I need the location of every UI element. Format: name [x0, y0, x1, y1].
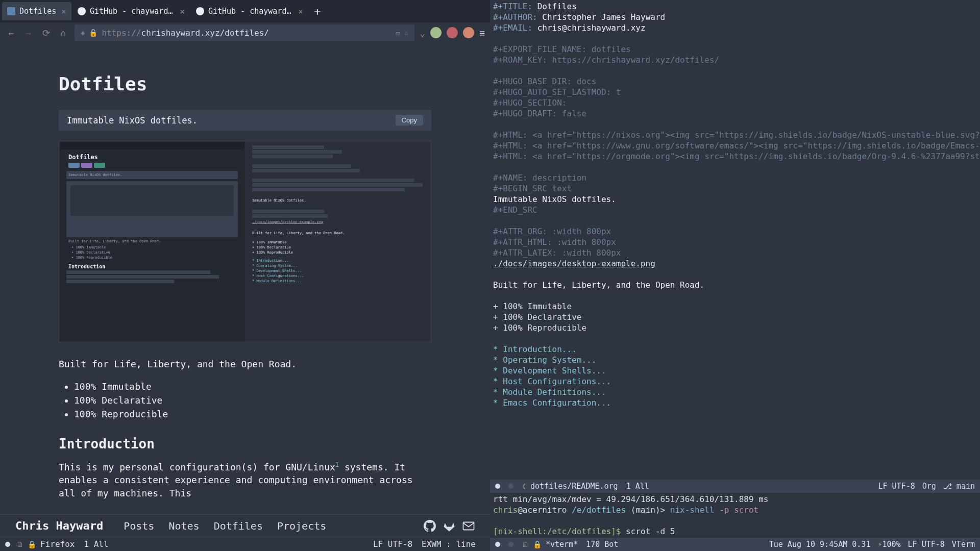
- nav-notes[interactable]: Notes: [168, 520, 199, 532]
- url-text: https://chrishayward.xyz/dotfiles/: [102, 28, 391, 38]
- nav-posts[interactable]: Posts: [124, 520, 154, 532]
- extension-2-icon[interactable]: [447, 27, 458, 38]
- reader-icon[interactable]: ▭: [396, 29, 400, 37]
- code-text: Immutable NixOS dotfiles.: [67, 115, 396, 126]
- extension-1-icon[interactable]: [430, 27, 442, 38]
- favicon-icon: [7, 7, 15, 15]
- state-dot-icon: [508, 542, 513, 547]
- buffer-name: dotfiles/README.org: [530, 482, 618, 491]
- encoding: LF UTF-8: [878, 482, 915, 491]
- mode: EXWM : line: [422, 539, 476, 549]
- lock-icon: 🔒: [89, 29, 97, 37]
- position: 1 All: [84, 539, 108, 549]
- bookmark-icon[interactable]: ☆: [404, 29, 408, 37]
- page-content: Dotfiles Immutable NixOS dotfiles. Copy …: [0, 43, 490, 514]
- buffer-name: Firefox: [40, 539, 75, 549]
- emacs-window: #+TITLE: Dotfiles #+AUTHOR: Christopher …: [490, 0, 980, 551]
- nav-dotfiles[interactable]: Dotfiles: [214, 520, 263, 532]
- gitlab-icon[interactable]: [443, 520, 455, 532]
- intro-heading: Introduction: [59, 436, 431, 452]
- home-button[interactable]: ⌂: [57, 27, 69, 39]
- screenshot-image: Dotfiles Immutable NixOS dotfiles. Built…: [59, 141, 431, 342]
- list-item: 100% Reproducible: [74, 407, 431, 421]
- buffer-name: *vterm*: [546, 540, 578, 549]
- tab-dotfiles[interactable]: Dotfiles ×: [2, 2, 71, 20]
- close-tab-icon[interactable]: ×: [180, 7, 185, 16]
- mode: VTerm: [952, 540, 975, 549]
- tab-title: Dotfiles: [19, 7, 56, 16]
- encoding: LF UTF-8: [373, 539, 412, 549]
- close-tab-icon[interactable]: ×: [61, 7, 66, 16]
- extension-3-icon[interactable]: [463, 27, 474, 38]
- tab-title: GitHub - chayward1/dotf: [90, 7, 175, 16]
- state-dot-icon: [495, 542, 500, 547]
- address-bar[interactable]: ◈ 🔒 https://chrishayward.xyz/dotfiles/ ▭…: [75, 24, 414, 41]
- state-dot-icon: [508, 484, 513, 489]
- back-button[interactable]: ←: [5, 27, 17, 39]
- tagline: Built for Life, Liberty, and the Open Ro…: [59, 358, 431, 370]
- position: 170 Bot: [586, 540, 618, 549]
- tab-title: GitHub - chayward1/dotf: [208, 7, 293, 16]
- state-dot-icon: [495, 484, 500, 489]
- state-dot-icon: [5, 542, 10, 547]
- forward-button[interactable]: →: [22, 27, 35, 39]
- tab-github-2[interactable]: GitHub - chayward1/dotf ×: [191, 2, 308, 20]
- svg-rect-0: [463, 522, 474, 530]
- encoding: LF UTF-8: [908, 540, 945, 549]
- email-icon[interactable]: [462, 520, 475, 532]
- battery-icon: ⚡: [877, 540, 882, 549]
- url-bar: ← → ⟳ ⌂ ◈ 🔒 https://chrishayward.xyz/dot…: [0, 22, 490, 43]
- site-nav: Chris Hayward Posts Notes Dotfiles Proje…: [0, 514, 490, 537]
- new-tab-button[interactable]: +: [309, 5, 326, 18]
- org-editor[interactable]: #+TITLE: Dotfiles #+AUTHOR: Christopher …: [490, 0, 980, 480]
- list-item: 100% Immutable: [74, 380, 431, 393]
- battery: 100%: [882, 540, 900, 549]
- file-icon: 🗎: [16, 540, 23, 548]
- time: Tue Aug 10 9:45AM 0.31: [769, 540, 871, 549]
- editor-modeline: ❮ dotfiles/README.org 1 All LF UTF-8 Org…: [490, 480, 980, 493]
- close-tab-icon[interactable]: ×: [298, 7, 303, 16]
- lock-icon: 🔒: [28, 540, 36, 548]
- intro-paragraph: This is my personal configuration(s) for…: [59, 461, 431, 499]
- terminal[interactable]: rtt min/avg/max/mdev = 49.294/186.651/36…: [490, 493, 980, 538]
- hamburger-menu-icon[interactable]: ≡: [479, 28, 485, 38]
- pocket-icon[interactable]: ⌄: [420, 28, 425, 38]
- brand-link[interactable]: Chris Hayward: [15, 519, 103, 532]
- modeline-left: 🗎 🔒 Firefox 1 All LF UTF-8 EXWM : line: [0, 537, 490, 551]
- list-item: 100% Declarative: [74, 393, 431, 407]
- mode: Org: [922, 482, 936, 491]
- favicon-icon: [196, 7, 204, 15]
- chevron-left-icon: ❮: [522, 482, 526, 491]
- copy-button[interactable]: Copy: [396, 115, 423, 126]
- page-title: Dotfiles: [59, 73, 431, 94]
- favicon-icon: [78, 7, 86, 15]
- shield-icon: ◈: [81, 29, 85, 37]
- tab-github-1[interactable]: GitHub - chayward1/dotf ×: [72, 2, 190, 20]
- code-block: Immutable NixOS dotfiles. Copy: [59, 110, 431, 131]
- reload-button[interactable]: ⟳: [40, 27, 52, 39]
- position: 1 All: [626, 482, 649, 491]
- github-icon[interactable]: [424, 520, 436, 532]
- term-modeline: 🗎 🔒 *vterm* 170 Bot Tue Aug 10 9:45AM 0.…: [490, 538, 980, 551]
- branch: ⎇ main: [943, 482, 975, 491]
- file-icon: 🗎: [522, 540, 529, 548]
- lock-icon: 🔒: [533, 540, 542, 548]
- browser-window: Dotfiles × GitHub - chayward1/dotf × Git…: [0, 0, 490, 551]
- tab-bar: Dotfiles × GitHub - chayward1/dotf × Git…: [0, 0, 490, 22]
- nav-projects[interactable]: Projects: [277, 520, 326, 532]
- feature-list: 100% Immutable 100% Declarative 100% Rep…: [74, 380, 431, 421]
